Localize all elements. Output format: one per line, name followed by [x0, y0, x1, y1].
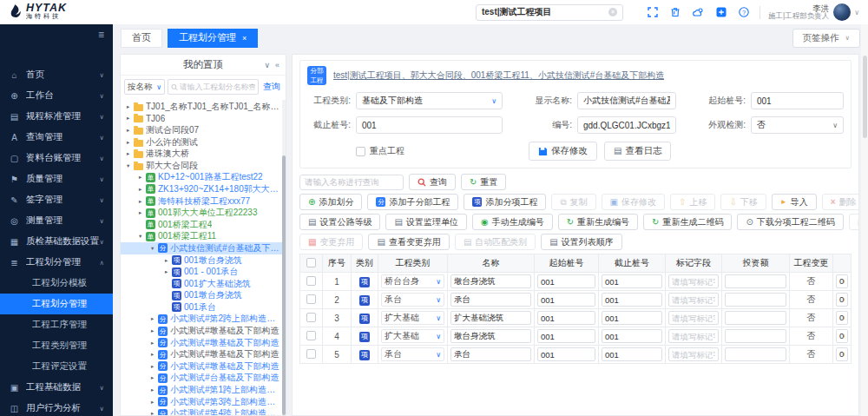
row-checkbox[interactable] — [306, 276, 316, 286]
expander-icon[interactable]: ▸ — [151, 351, 158, 358]
row-start-stake-input[interactable] — [537, 293, 595, 307]
view-log-button[interactable]: ▤ 查看日志 — [604, 142, 671, 161]
row-mark-input[interactable] — [668, 311, 719, 325]
user-info[interactable]: 李洪 施工|工程部负责人 — [768, 4, 829, 21]
menu-item[interactable]: 工程划分模板 — [0, 273, 113, 294]
tree-item[interactable]: ▸ 港珠澳大桥 — [121, 148, 282, 160]
tree-item[interactable]: ▸ TJ06 — [121, 113, 282, 125]
tree-item[interactable]: 项 001扩大基础浇筑 — [121, 278, 282, 290]
expander-icon[interactable]: ▸ — [151, 410, 158, 415]
expander-icon[interactable]: ▸ — [127, 139, 134, 146]
tree-item[interactable]: ▸ 分 小武测试#第3跨上部构造现场浇筑 — [121, 396, 282, 408]
row-end-stake-input[interactable] — [602, 347, 662, 361]
sidebar-collapse-icon[interactable]: ≡ — [98, 29, 104, 41]
reset-button[interactable]: ↻ 重置 — [461, 174, 506, 190]
menu-item[interactable]: ⊕ 工作台 ∨ — [0, 85, 113, 106]
tree-item[interactable]: ▸ 小么许的测试 — [121, 136, 282, 149]
toolbar-button[interactable]: ▤ 查看变更弃用 — [368, 234, 449, 250]
row-category-select[interactable]: 扩大基础∨ — [381, 329, 444, 343]
menu-item[interactable]: 工程类别管理 — [0, 335, 113, 356]
menu-item[interactable]: 工程工序管理 — [0, 314, 113, 335]
tab-home[interactable]: 首页 — [121, 29, 162, 48]
expander-icon[interactable]: ▸ — [165, 257, 172, 264]
tree-item[interactable]: ▸ 单 KD+12~001路基工程test22 — [121, 172, 282, 184]
row-category-select[interactable]: 承台∨ — [381, 347, 444, 361]
expander-icon[interactable]: ▸ — [151, 363, 158, 370]
row-category-select[interactable]: 桥台台身∨ — [381, 274, 444, 288]
expander-icon[interactable]: ▸ — [151, 340, 158, 347]
page-ops-button[interactable]: 页签操作∨ — [792, 29, 861, 48]
toolbar-button[interactable]: ⧉ 复制 — [551, 194, 595, 210]
menu-item[interactable]: 工程划分管理 — [0, 294, 113, 314]
toolbar-button[interactable]: ⊕ 添加划分 — [299, 194, 362, 210]
tree-item[interactable]: ▸ 分 小武测试#第2跨上部构造现场浇筑 — [121, 314, 282, 326]
page-scrollbar[interactable] — [861, 24, 868, 416]
row-checkbox[interactable] — [306, 331, 316, 340]
toolbar-button[interactable]: ↻ 重新生成二维码 — [643, 214, 732, 230]
tree-search-input[interactable] — [180, 83, 255, 91]
code-input[interactable] — [577, 116, 676, 134]
expander-icon[interactable]: ▸ — [151, 386, 158, 393]
tree-item[interactable]: ▸ 分 小武测试#墩基础及下部构造 — [121, 337, 282, 349]
row-mark-input[interactable] — [668, 293, 719, 307]
row-checkbox[interactable] — [306, 294, 316, 304]
toolbar-button[interactable]: ▤ 设置监理单位 — [385, 214, 466, 230]
toolbar-button[interactable]: ↻ 重新生成编号 — [558, 214, 638, 230]
menu-item[interactable]: ⌂ 首页 ∨ — [0, 64, 113, 85]
expander-icon[interactable]: ▸ — [127, 150, 134, 157]
row-end-stake-input[interactable] — [602, 329, 662, 343]
row-start-stake-input[interactable] — [537, 274, 595, 288]
toolbar-button[interactable]: ▤ 变更弃用 — [299, 234, 363, 250]
row-name-input[interactable] — [450, 274, 531, 288]
row-checkbox[interactable] — [306, 349, 316, 359]
row-start-stake-input[interactable] — [537, 347, 595, 361]
tree-scrollbar[interactable] — [282, 100, 286, 415]
toolbar-button[interactable]: ▣ 保存修改 — [602, 194, 665, 210]
tree-item[interactable]: ▸ 单 001郭大大单位工程22233 — [121, 207, 282, 219]
row-name-input[interactable] — [450, 347, 531, 361]
page-scrollbar-thumb[interactable] — [863, 56, 867, 138]
menu-item[interactable]: ◎ 测量管理 ∨ — [0, 210, 113, 231]
toolbar-button[interactable]: ⇧ 上移 — [670, 194, 715, 210]
expander-icon[interactable]: ▸ — [139, 174, 146, 181]
trash-icon[interactable] — [670, 7, 681, 17]
row-category-select[interactable]: 扩大基础∨ — [381, 311, 444, 325]
tree-item[interactable]: ▸ 分 小武测试#墩基础及下部构造 — [121, 348, 282, 360]
tree-item[interactable]: ▸ 单 ZK13+920~ZK14+180郭大大单位工程44 — [121, 183, 282, 195]
expander-icon[interactable]: ▾ — [127, 162, 134, 169]
expander-icon[interactable]: ▸ — [139, 198, 146, 205]
tree-item[interactable]: ▸ 测试合同段07 — [121, 124, 282, 136]
menu-item[interactable]: ✎ 签字管理 ∨ — [0, 189, 113, 210]
tree-item[interactable]: ▾ 分 小武技信测试#台基础及下部构造 — [121, 242, 282, 254]
row-investment-input[interactable] — [725, 293, 786, 307]
expander-icon[interactable]: ▸ — [151, 399, 158, 406]
search-by-select[interactable]: 按名称∨ — [124, 79, 165, 95]
breadcrumb[interactable]: test|测试工程项目、郭大大合同段、001桥梁工程11、小武技信测试#台基础及… — [333, 69, 664, 82]
user-menu-chevron-icon[interactable]: ∨ — [854, 9, 859, 17]
filter-input[interactable] — [299, 175, 404, 190]
tree-item[interactable]: ▸ 项 001墩台身浇筑 — [121, 254, 282, 267]
save-button[interactable]: 保存修改 — [529, 142, 597, 161]
toolbar-button[interactable]: ▤ 设置列表顺序 — [541, 234, 621, 250]
menu-item[interactable]: ≣ 工程划分管理 ∧ — [0, 252, 113, 273]
toolbar-button[interactable]: ▤ 自动匹配类别 — [455, 234, 536, 250]
expander-icon[interactable]: ▾ — [139, 233, 146, 240]
weather-icon[interactable] — [693, 7, 704, 17]
row-display-name-input[interactable] — [836, 311, 848, 325]
expander-icon[interactable]: ▸ — [151, 327, 158, 334]
row-display-name-input[interactable] — [836, 347, 848, 361]
menu-item[interactable]: ◫ 用户行为分析 ∨ — [0, 398, 113, 416]
row-mark-input[interactable] — [668, 347, 719, 361]
toolbar-button[interactable]: ⇩ 下移 — [720, 194, 766, 210]
toolbar-button[interactable]: ▤ 设置工程类别 — [849, 214, 859, 230]
tree-scrollbar-thumb[interactable] — [282, 155, 286, 415]
expander-icon[interactable]: ▸ — [165, 268, 172, 275]
expander-icon[interactable]: ▸ — [139, 209, 146, 216]
menu-item[interactable]: ▤ 规程标准管理 ∨ — [0, 106, 113, 127]
tree-item[interactable]: 项 001墩台身浇筑 — [121, 290, 282, 302]
row-investment-input[interactable] — [725, 347, 786, 361]
row-start-stake-input[interactable] — [537, 311, 595, 325]
tree-item[interactable]: ▸ 分 小武测试#墩基础及下部构造 — [121, 325, 282, 337]
menu-item[interactable]: 工程评定设置 — [0, 356, 113, 377]
row-end-stake-input[interactable] — [602, 274, 662, 288]
